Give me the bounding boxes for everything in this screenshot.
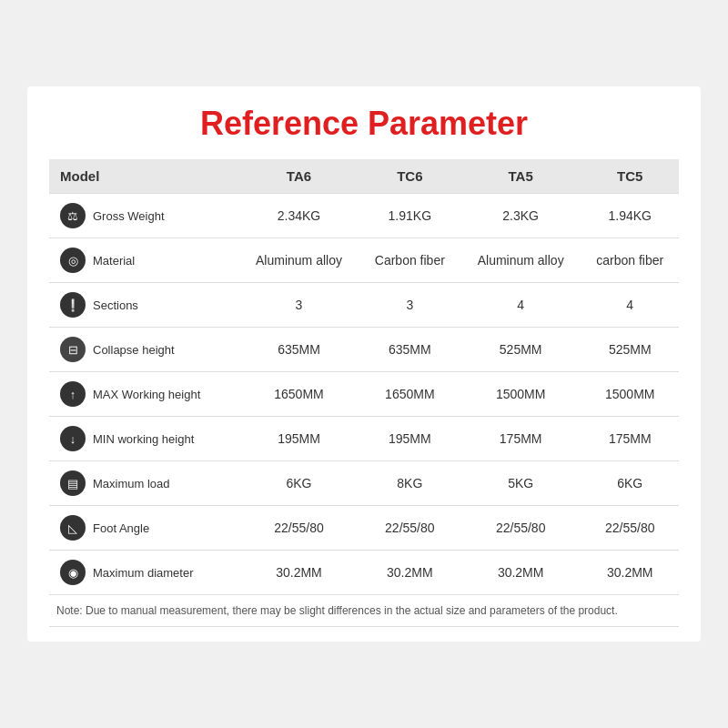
icon-diameter: ◉ xyxy=(60,560,86,585)
page-title: Reference Parameter xyxy=(49,105,679,143)
param-label-text: Gross Weight xyxy=(93,209,165,223)
icon-min: ↓ xyxy=(60,426,86,451)
icon-material: ◎ xyxy=(60,248,86,273)
note-text: Note: Due to manual measurement, there m… xyxy=(49,595,679,627)
header-tc6: TC6 xyxy=(359,159,460,194)
param-value-0: 1650MM xyxy=(238,372,359,417)
param-value-2: 1500MM xyxy=(460,372,581,417)
param-label-cell: ↓MIN working height xyxy=(49,417,238,461)
table-row: ↓MIN working height195MM195MM175MM175MM xyxy=(49,417,679,461)
table-row: ◺Foot Angle22/55/8022/55/8022/55/8022/55… xyxy=(49,506,679,551)
param-value-2: Aluminum alloy xyxy=(460,238,581,283)
param-value-0: 3 xyxy=(238,283,359,328)
header-ta5: TA5 xyxy=(460,159,581,194)
param-value-3: 1.94KG xyxy=(581,194,679,238)
table-row: ↑MAX Working height1650MM1650MM1500MM150… xyxy=(49,372,679,417)
icon-collapse: ⊟ xyxy=(60,337,86,362)
param-value-3: 1500MM xyxy=(581,372,679,417)
parameter-table: Model TA6 TC6 TA5 TC5 ⚖Gross Weight2.34K… xyxy=(49,159,679,627)
param-value-1: 30.2MM xyxy=(359,551,460,595)
param-label-text: MAX Working height xyxy=(93,388,200,401)
icon-load: ▤ xyxy=(60,470,86,496)
note-row: Note: Due to manual measurement, there m… xyxy=(49,595,679,627)
param-value-2: 22/55/80 xyxy=(460,506,581,551)
param-label-cell: ◺Foot Angle xyxy=(49,506,238,551)
param-label-text: Maximum diameter xyxy=(93,566,194,580)
param-label-text: Collapse height xyxy=(93,343,175,357)
table-row: ⊟Collapse height635MM635MM525MM525MM xyxy=(49,328,679,372)
param-value-0: 635MM xyxy=(238,328,359,372)
param-value-3: 6KG xyxy=(581,461,679,506)
param-label-cell: ▤Maximum load xyxy=(49,461,238,506)
table-row: ▤Maximum load6KG8KG5KG6KG xyxy=(49,461,679,506)
card: Reference Parameter Model TA6 TC6 TA5 TC… xyxy=(27,86,701,642)
icon-max: ↑ xyxy=(60,381,86,407)
table-row: ◎MaterialAluminum alloyCarbon fiberAlumi… xyxy=(49,238,679,283)
param-value-0: 30.2MM xyxy=(238,551,359,595)
param-value-3: carbon fiber xyxy=(581,238,679,283)
param-label-cell: ❕Sections xyxy=(49,283,238,328)
param-value-2: 4 xyxy=(460,283,581,328)
param-value-3: 4 xyxy=(581,283,679,328)
param-value-3: 30.2MM xyxy=(581,551,679,595)
param-value-1: 8KG xyxy=(359,461,460,506)
param-label-cell: ↑MAX Working height xyxy=(49,372,238,417)
param-value-2: 5KG xyxy=(460,461,581,506)
table-row: ⚖Gross Weight2.34KG1.91KG2.3KG1.94KG xyxy=(49,194,679,238)
param-label-cell: ◉Maximum diameter xyxy=(49,551,238,595)
param-value-1: 1650MM xyxy=(359,372,460,417)
param-value-3: 525MM xyxy=(581,328,679,372)
param-value-0: Aluminum alloy xyxy=(238,238,359,283)
icon-weight: ⚖ xyxy=(60,203,86,228)
param-label-text: MIN working height xyxy=(93,432,194,446)
param-value-1: 22/55/80 xyxy=(359,506,460,551)
param-value-1: Carbon fiber xyxy=(359,238,460,283)
icon-sections: ❕ xyxy=(60,292,86,318)
param-value-0: 6KG xyxy=(238,461,359,506)
param-label-cell: ⊟Collapse height xyxy=(49,328,238,372)
table-row: ❕Sections3344 xyxy=(49,283,679,328)
param-value-2: 525MM xyxy=(460,328,581,372)
param-value-3: 175MM xyxy=(581,417,679,461)
param-label-cell: ◎Material xyxy=(49,238,238,283)
param-value-0: 195MM xyxy=(238,417,359,461)
param-label-text: Sections xyxy=(93,298,138,312)
table-row: ◉Maximum diameter30.2MM30.2MM30.2MM30.2M… xyxy=(49,551,679,595)
param-label-text: Maximum load xyxy=(93,477,170,490)
param-value-2: 30.2MM xyxy=(460,551,581,595)
header-ta6: TA6 xyxy=(238,159,359,194)
param-value-1: 635MM xyxy=(359,328,460,372)
param-label-text: Material xyxy=(93,254,135,268)
param-label-cell: ⚖Gross Weight xyxy=(49,194,238,238)
param-value-1: 195MM xyxy=(359,417,460,461)
param-value-2: 2.3KG xyxy=(460,194,581,238)
param-label-text: Foot Angle xyxy=(93,521,149,535)
param-value-3: 22/55/80 xyxy=(581,506,679,551)
icon-angle: ◺ xyxy=(60,515,86,541)
param-value-0: 2.34KG xyxy=(238,194,359,238)
param-value-0: 22/55/80 xyxy=(238,506,359,551)
header-tc5: TC5 xyxy=(581,159,679,194)
param-value-1: 1.91KG xyxy=(359,194,460,238)
header-model: Model xyxy=(49,159,238,194)
param-value-2: 175MM xyxy=(460,417,581,461)
param-value-1: 3 xyxy=(359,283,460,328)
